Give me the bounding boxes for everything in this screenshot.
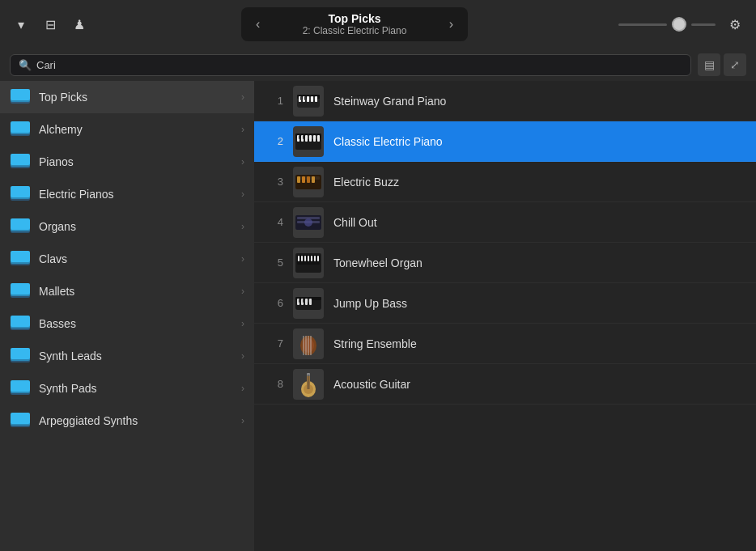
list-item[interactable]: 7 String Ensemble [254, 324, 756, 364]
svg-rect-26 [11, 348, 30, 359]
list-item[interactable]: 5 Tonewheel Organ [254, 243, 756, 283]
nav-next-button[interactable]: › [446, 15, 457, 33]
sidebar-item-label: Alchemy [39, 123, 233, 136]
sidebar-item-label: Synth Leads [39, 350, 233, 362]
item-number: 3 [267, 176, 283, 188]
item-thumbnail [293, 288, 324, 319]
sidebar-item-pianos[interactable]: Pianos › [0, 146, 254, 178]
svg-rect-40 [300, 96, 302, 100]
sidebar-item-clavs[interactable]: Clavs › [0, 243, 254, 275]
sidebar-item-label: Pianos [39, 155, 233, 168]
item-name: String Ensemble [333, 337, 743, 350]
svg-rect-29 [11, 380, 30, 392]
svg-rect-39 [315, 96, 317, 102]
svg-rect-8 [11, 154, 30, 165]
svg-rect-75 [314, 256, 316, 261]
item-number: 8 [267, 378, 283, 390]
list-item[interactable]: 3 Electric Buzz [254, 162, 756, 202]
svg-rect-74 [311, 256, 312, 261]
folder-icon [10, 154, 31, 170]
list-item[interactable]: 1 Steinway Grand Piano [254, 81, 756, 121]
nav-prev-button[interactable]: ‹ [253, 15, 263, 33]
chevron-right-icon: › [241, 124, 244, 135]
svg-rect-43 [313, 96, 315, 100]
svg-rect-76 [317, 256, 319, 261]
svg-rect-38 [311, 96, 313, 102]
folder-icon [10, 89, 31, 105]
sidebar-item-top-picks[interactable]: Top Picks › [0, 81, 254, 113]
svg-rect-17 [11, 251, 30, 262]
sidebar-item-electric-pianos[interactable]: Electric Pianos › [0, 178, 254, 210]
folder-icon [10, 316, 31, 332]
top-bar-right: ⚙ [618, 13, 746, 36]
sidebar-item-arpeggiated-synths[interactable]: Arpeggiated Synths › [0, 405, 254, 437]
item-thumbnail [293, 248, 324, 278]
folder-icon [10, 186, 31, 202]
svg-rect-83 [299, 299, 300, 303]
sidebar-item-alchemy[interactable]: Alchemy › [0, 113, 254, 146]
list-item[interactable]: 2 Classic Electric Piano [254, 121, 756, 162]
item-name: Steinway Grand Piano [333, 95, 743, 108]
folder-icon [10, 121, 31, 138]
chevron-right-icon: › [241, 383, 244, 394]
dropdown-button[interactable]: ▾ [10, 13, 32, 36]
item-thumbnail [293, 167, 324, 197]
search-input-wrap[interactable]: 🔍 [10, 54, 691, 76]
sidebar-item-synth-pads[interactable]: Synth Pads › [0, 372, 254, 405]
svg-rect-55 [312, 135, 313, 139]
figure-button[interactable]: ♟ [68, 13, 91, 36]
svg-rect-37 [307, 96, 309, 102]
chevron-right-icon: › [241, 189, 244, 200]
sidebar-item-basses[interactable]: Basses › [0, 307, 254, 340]
sidebar-item-organs[interactable]: Organs › [0, 210, 254, 243]
item-name: Electric Buzz [333, 176, 743, 189]
collapse-view-button[interactable]: ⤢ [724, 53, 746, 76]
volume-slider[interactable] [618, 17, 716, 32]
svg-rect-48 [305, 135, 308, 142]
sidebar-item-label: Basses [39, 317, 233, 330]
svg-rect-71 [301, 256, 303, 261]
list-item[interactable]: 4 Chill Out [254, 202, 756, 243]
sidebar-item-label: Organs [39, 220, 233, 233]
stack-button[interactable]: ⊟ [39, 13, 62, 36]
item-thumbnail [293, 328, 324, 359]
list-item[interactable]: 8 Acoustic Guitar [254, 364, 756, 405]
instrument-list: 1 Steinway Grand Piano 2 [254, 81, 756, 551]
nav-title: Top Picks 2: Classic Electric Piano [273, 12, 435, 36]
svg-rect-54 [308, 135, 309, 139]
svg-rect-20 [11, 283, 30, 295]
folder-icon [10, 380, 31, 396]
sidebar-item-mallets[interactable]: Mallets › [0, 275, 254, 307]
item-number: 5 [267, 256, 283, 269]
item-thumbnail [293, 369, 324, 400]
svg-rect-32 [11, 413, 30, 424]
slider-knob[interactable] [672, 17, 686, 32]
nav-title-line1: Top Picks [328, 12, 380, 25]
folder-icon [10, 283, 31, 299]
svg-rect-56 [316, 135, 317, 139]
list-item[interactable]: 6 Jump Up Bass [254, 283, 756, 324]
sidebar-item-synth-leads[interactable]: Synth Leads › [0, 340, 254, 372]
svg-rect-49 [309, 135, 312, 142]
list-view-button[interactable]: ▤ [698, 53, 720, 76]
search-bar: 🔍 ▤ ⤢ [0, 49, 756, 81]
item-name: Jump Up Bass [333, 297, 743, 310]
svg-rect-62 [312, 176, 315, 183]
item-number: 7 [267, 337, 283, 350]
item-thumbnail [293, 86, 324, 117]
svg-point-66 [304, 218, 312, 227]
search-input[interactable] [36, 59, 682, 71]
sidebar: Top Picks › Alchemy › Pianos › Electric … [0, 81, 254, 551]
svg-rect-2 [11, 89, 30, 100]
chevron-right-icon: › [241, 415, 244, 426]
folder-icon [10, 348, 31, 364]
chevron-right-icon: › [241, 253, 244, 265]
sidebar-item-label: Arpeggiated Synths [39, 414, 233, 427]
sidebar-item-label: Mallets [39, 285, 233, 298]
sidebar-item-label: Synth Pads [39, 382, 233, 395]
folder-icon [10, 413, 31, 429]
svg-rect-81 [305, 299, 308, 305]
svg-rect-11 [11, 186, 30, 197]
settings-button[interactable]: ⚙ [724, 13, 746, 36]
svg-rect-60 [302, 176, 305, 183]
